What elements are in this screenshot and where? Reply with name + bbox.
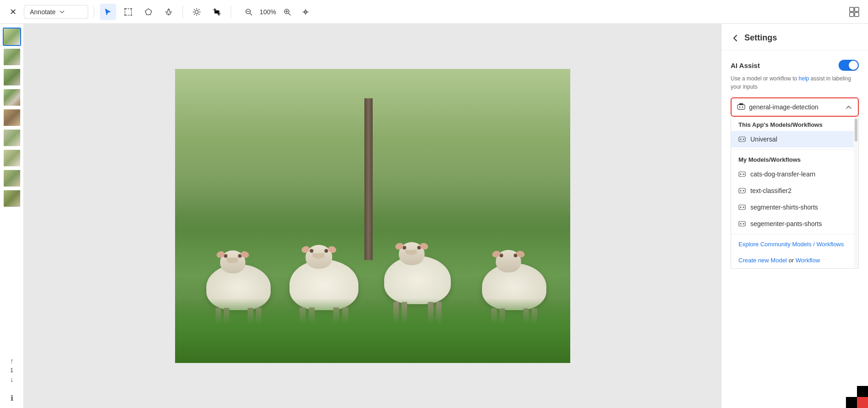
create-model-link[interactable]: Model	[771, 257, 787, 264]
crop-icon	[213, 8, 221, 16]
svg-point-28	[739, 107, 741, 108]
section-divider-2	[731, 234, 854, 234]
svg-point-34	[740, 174, 742, 175]
bbox-icon	[124, 8, 132, 16]
page-down-button[interactable]: ↓	[9, 374, 15, 385]
segementer-pants-label: segementer-pants-shorts	[750, 220, 822, 227]
model-dropdown-trigger[interactable]: general-image-detection	[731, 97, 859, 117]
polygon-tool-button[interactable]	[140, 4, 157, 20]
segmenter-shirts-icon	[738, 204, 746, 211]
annotate-dropdown[interactable]: Annotate	[24, 5, 88, 19]
brightness-icon	[193, 8, 201, 16]
svg-line-12	[199, 14, 199, 14]
main-image	[175, 69, 570, 363]
thumbnail-4[interactable]	[3, 88, 21, 107]
zoom-out-icon	[245, 8, 252, 16]
pointer-tool-button[interactable]	[100, 4, 116, 20]
ai-assist-description: Use a model or workflow to help assist i…	[731, 74, 859, 91]
scrollbar-thumb[interactable]	[855, 119, 857, 142]
zoom-value: 100%	[259, 8, 277, 16]
brightness-tool-button[interactable]	[188, 4, 205, 20]
universal-label: Universal	[750, 136, 777, 143]
pagination: ↑ 1 ↓	[9, 352, 15, 388]
scrollbar-track[interactable]	[854, 117, 858, 268]
corner-logo	[846, 386, 868, 408]
model-dropdown-left: general-image-detection	[737, 103, 818, 111]
thumbnail-panel: ↑ 1 ↓ ℹ	[0, 24, 24, 408]
zoom-out-button[interactable]	[240, 4, 257, 20]
dropdown-item-universal[interactable]: Universal	[731, 131, 854, 147]
svg-point-32	[743, 139, 744, 140]
thumbnail-8[interactable]	[3, 169, 21, 187]
svg-rect-27	[738, 105, 745, 109]
thumbnail-5[interactable]	[3, 108, 21, 127]
ai-assist-toggle[interactable]	[839, 60, 859, 71]
thumbnail-7[interactable]	[3, 149, 21, 167]
cats-dog-model-icon	[738, 170, 746, 178]
polygon-icon	[144, 8, 153, 16]
dropdown-scroll-area: This App's Models/Workflows Universal My…	[731, 117, 858, 268]
fence-post	[364, 98, 373, 260]
svg-point-1	[125, 8, 126, 9]
grid-button[interactable]	[846, 4, 862, 20]
svg-point-3	[125, 14, 126, 16]
zoom-area: 100%	[240, 4, 314, 20]
chevron-up-icon	[845, 103, 852, 111]
cats-dog-label: cats-dog-transfer-learn	[750, 170, 816, 178]
thumbnail-9[interactable]	[3, 189, 21, 208]
svg-rect-24	[855, 7, 859, 11]
universal-model-icon	[738, 136, 746, 143]
settings-icon	[302, 8, 309, 16]
svg-point-31	[740, 139, 742, 140]
svg-point-35	[743, 174, 744, 175]
explore-community-link[interactable]: Explore Community Models / Workflows	[731, 236, 854, 252]
bbox-tool-button[interactable]	[120, 4, 136, 20]
zoom-in-icon	[284, 8, 291, 16]
model-icon	[737, 103, 745, 111]
svg-point-40	[740, 207, 742, 208]
settings-tool-button[interactable]	[297, 4, 314, 20]
selected-model-name: general-image-detection	[749, 103, 818, 111]
corner-q4	[857, 397, 868, 408]
svg-point-29	[742, 107, 743, 108]
ai-assist-row: AI Assist	[731, 60, 859, 71]
svg-rect-33	[739, 172, 745, 176]
toolbar-divider-1	[94, 6, 94, 18]
svg-point-37	[740, 190, 742, 192]
dropdown-menu: This App's Models/Workflows Universal My…	[731, 117, 859, 269]
pan-tool-button[interactable]	[160, 4, 177, 20]
svg-line-14	[194, 14, 194, 14]
segmenter-shirts-label: segmenter-shirts-shorts	[750, 204, 818, 211]
page-up-button[interactable]: ↑	[9, 356, 15, 366]
toolbar-divider-2	[182, 6, 183, 18]
thumbnail-2[interactable]	[3, 48, 21, 66]
create-new-row: Create new Model or Workflow	[731, 252, 854, 268]
svg-point-41	[743, 207, 744, 208]
thumbnail-1[interactable]	[3, 28, 21, 46]
canvas-area	[24, 24, 721, 408]
corner-q1	[846, 386, 857, 397]
help-link[interactable]: help	[799, 75, 809, 82]
close-button[interactable]: ✕	[6, 5, 20, 19]
page-number: 1	[10, 367, 13, 374]
svg-line-11	[194, 9, 194, 10]
svg-point-38	[743, 190, 744, 192]
svg-point-43	[740, 223, 742, 225]
dropdown-item-cats-dog[interactable]: cats-dog-transfer-learn	[731, 166, 854, 182]
dropdown-item-segmenter-shirts[interactable]: segmenter-shirts-shorts	[731, 199, 854, 215]
back-button[interactable]	[731, 34, 740, 43]
dropdown-item-text-classifier[interactable]: text-classifier2	[731, 182, 854, 199]
thumbnail-6[interactable]	[3, 129, 21, 147]
svg-point-2	[131, 8, 132, 9]
pointer-icon	[104, 8, 112, 16]
svg-rect-0	[125, 9, 131, 15]
create-workflow-link[interactable]: Workflow	[795, 257, 820, 264]
dropdown-item-segementer-pants[interactable]: segementer-pants-shorts	[731, 215, 854, 232]
info-button[interactable]: ℹ	[9, 392, 15, 404]
crop-tool-button[interactable]	[209, 4, 225, 20]
thumbnail-3[interactable]	[3, 68, 21, 86]
svg-point-44	[743, 223, 744, 225]
text-classifier-model-icon	[738, 187, 746, 194]
zoom-in-button[interactable]	[279, 4, 295, 20]
svg-rect-36	[739, 188, 745, 193]
